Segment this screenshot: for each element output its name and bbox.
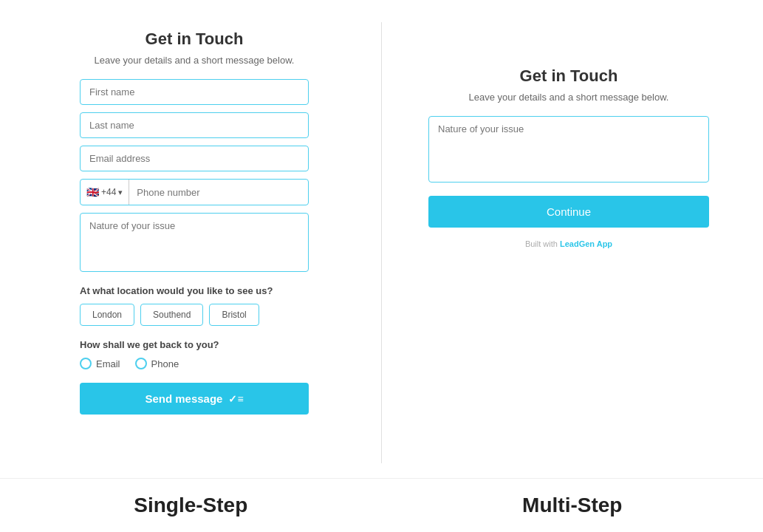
- single-step-form: 🇬🇧 +44 ▾ At what location would you like…: [80, 79, 309, 415]
- phone-flag-selector[interactable]: 🇬🇧 +44 ▾: [81, 180, 129, 205]
- first-name-input[interactable]: [80, 79, 309, 105]
- leadgen-link[interactable]: LeadGen App: [560, 239, 612, 248]
- multi-step-label: Multi-Step: [382, 494, 764, 517]
- built-with-prefix: Built with: [525, 239, 560, 248]
- built-with-text: Built with LeadGen App: [428, 239, 709, 248]
- single-step-panel: Get in Touch Leave your details and a sh…: [15, 22, 374, 463]
- location-label: At what location would you like to see u…: [80, 285, 309, 296]
- panel-divider: [381, 22, 382, 463]
- right-form-subtitle: Leave your details and a short message b…: [428, 92, 709, 103]
- left-form-subtitle: Leave your details and a short message b…: [94, 55, 294, 66]
- radio-phone[interactable]: Phone: [135, 358, 179, 369]
- radio-phone-circle: [135, 358, 147, 369]
- location-buttons: London Southend Bristol: [80, 304, 309, 326]
- right-form-title: Get in Touch: [428, 66, 709, 86]
- chevron-down-icon: ▾: [118, 188, 123, 197]
- send-icon: ✓≡: [228, 393, 243, 405]
- multi-step-panel: Get in Touch Leave your details and a sh…: [389, 22, 748, 463]
- radio-email[interactable]: Email: [80, 358, 120, 369]
- location-section: At what location would you like to see u…: [80, 285, 309, 326]
- phone-number-input[interactable]: [129, 180, 308, 205]
- radio-email-label: Email: [96, 358, 120, 369]
- radio-phone-label: Phone: [151, 358, 179, 369]
- issue-textarea[interactable]: [80, 213, 309, 272]
- last-name-input[interactable]: [80, 112, 309, 138]
- left-form-title: Get in Touch: [146, 30, 244, 49]
- continue-button[interactable]: Continue: [428, 196, 709, 228]
- radio-group: Email Phone: [80, 358, 309, 369]
- location-bristol-button[interactable]: Bristol: [209, 304, 259, 326]
- send-message-label: Send message: [145, 392, 222, 405]
- phone-code: +44: [101, 187, 116, 197]
- email-input[interactable]: [80, 146, 309, 171]
- location-london-button[interactable]: London: [80, 304, 134, 326]
- contact-back-label: How shall we get back to you?: [80, 339, 309, 350]
- multi-step-form: Get in Touch Leave your details and a sh…: [428, 66, 709, 248]
- send-message-button[interactable]: Send message ✓≡: [80, 383, 309, 415]
- footer-labels: Single-Step Multi-Step: [0, 478, 763, 532]
- location-southend-button[interactable]: Southend: [140, 304, 203, 326]
- single-step-label: Single-Step: [0, 494, 382, 517]
- contact-back-section: How shall we get back to you? Email Phon…: [80, 339, 309, 369]
- flag-icon: 🇬🇧: [86, 186, 99, 198]
- radio-email-circle: [80, 358, 92, 369]
- phone-row: 🇬🇧 +44 ▾: [80, 179, 309, 205]
- right-issue-textarea[interactable]: [428, 116, 709, 183]
